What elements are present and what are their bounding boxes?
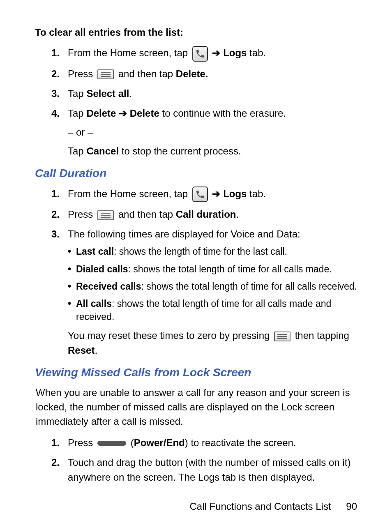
bullet-item: Last call: shows the length of time for … [68, 245, 357, 258]
logs-label: Logs [223, 47, 247, 58]
text: Press [68, 209, 96, 220]
text: You may reset these times to zero by pre… [68, 330, 272, 341]
text: From the Home screen, tap [68, 47, 191, 58]
section2-step2: 2. Press and then tap Call duration. [43, 207, 357, 222]
select-all-label: Select all [86, 88, 129, 99]
section1-step4: 4. Tap Delete ➔ Delete to continue with … [43, 106, 357, 159]
arrow-icon: ➔ [212, 188, 220, 199]
menu-icon [97, 210, 114, 220]
all-calls-label: All calls [76, 298, 112, 309]
bullet-item: Dialed calls: shows the total length of … [68, 263, 357, 276]
menu-icon [97, 69, 114, 79]
section2-step3: 3. The following times are displayed for… [43, 227, 357, 358]
text: . [236, 209, 239, 220]
step-number: 3. [43, 227, 60, 242]
delete-label: Delete. [176, 68, 208, 79]
bullet-item: All calls: shows the total length of tim… [68, 297, 357, 323]
phone-icon [192, 46, 208, 62]
text: Press [68, 437, 96, 448]
reset-paragraph: You may reset these times to zero by pre… [68, 328, 357, 358]
step-number: 2. [43, 455, 60, 470]
text: From the Home screen, tap [68, 188, 191, 199]
text: and then tap [118, 68, 176, 79]
text: Touch and drag the button (with the numb… [68, 457, 350, 483]
text: : shows the total length of time for all… [128, 264, 332, 274]
dialed-calls-label: Dialed calls [76, 264, 128, 274]
section3-step2: 2. Touch and drag the button (with the n… [43, 455, 357, 485]
section2-step1: 1. From the Home screen, tap ➔ Logs tab. [43, 187, 357, 203]
text: : shows the total length of time for all… [76, 298, 331, 322]
section2-heading: Call Duration [35, 167, 357, 180]
section2-list: 1. From the Home screen, tap ➔ Logs tab.… [35, 187, 357, 358]
text: The following times are displayed for Vo… [68, 228, 300, 240]
page-footer: Call Functions and Contacts List 90 [189, 501, 357, 512]
section1-step2: 2. Press and then tap Delete. [43, 67, 357, 81]
text: then tapping [295, 330, 349, 341]
text: Press [68, 68, 96, 79]
power-button-icon [97, 441, 126, 446]
menu-icon [274, 332, 291, 341]
cancel-label: Cancel [86, 145, 119, 157]
text: Tap [68, 108, 86, 119]
section3-heading: Viewing Missed Calls from Lock Screen [35, 366, 357, 379]
delete-label: Delete [86, 108, 116, 119]
step-number: 2. [43, 67, 60, 81]
delete-label: Delete [130, 108, 159, 119]
text: Tap Cancel to stop the current process. [68, 144, 357, 159]
section3-list: 1. Press (Power/End) to reactivate the s… [35, 435, 357, 485]
page-number: 90 [346, 501, 357, 512]
step-number: 1. [43, 46, 60, 60]
call-duration-label: Call duration [176, 209, 236, 220]
section3-paragraph: When you are unable to answer a call for… [35, 386, 357, 428]
text: and then tap [118, 209, 176, 220]
step-number: 1. [43, 187, 60, 201]
phone-icon [192, 187, 208, 202]
or-divider: – or – [68, 125, 357, 140]
step-number: 1. [43, 435, 60, 450]
section1-step1: 1. From the Home screen, tap ➔ Logs tab. [43, 46, 357, 62]
step-number: 3. [43, 86, 60, 101]
section1-list: 1. From the Home screen, tap ➔ Logs tab.… [35, 46, 357, 159]
text: . [95, 345, 97, 356]
footer-label: Call Functions and Contacts List [189, 501, 331, 512]
logs-label: Logs [223, 188, 247, 199]
text: Tap [68, 145, 86, 157]
text: Tap [68, 88, 86, 99]
reset-label: Reset [68, 345, 95, 356]
last-call-label: Last call [76, 246, 114, 257]
text: tab. [247, 47, 266, 58]
text: : shows the length of time for the last … [114, 246, 287, 257]
step-number: 4. [43, 106, 60, 121]
text: to stop the current process. [119, 145, 241, 157]
text: ) to reactivate the screen. [185, 437, 296, 448]
power-end-label: Power/End [134, 437, 185, 448]
text: . [129, 88, 132, 99]
text: to continue with the erasure. [159, 108, 286, 119]
text: tab. [247, 188, 266, 199]
arrow-icon: ➔ [119, 108, 127, 119]
section3-step1: 1. Press (Power/End) to reactivate the s… [43, 435, 357, 450]
arrow-icon: ➔ [212, 47, 220, 58]
text: ( [131, 437, 134, 448]
section1-step3: 3. Tap Select all. [43, 86, 357, 101]
bullet-item: Received calls: shows the total length o… [68, 280, 357, 293]
received-calls-label: Received calls [76, 281, 141, 292]
text: : shows the total length of time for all… [141, 281, 357, 292]
bullet-list: Last call: shows the length of time for … [68, 245, 357, 323]
step-number: 2. [43, 207, 60, 222]
section1-title: To clear all entries from the list: [35, 27, 357, 38]
